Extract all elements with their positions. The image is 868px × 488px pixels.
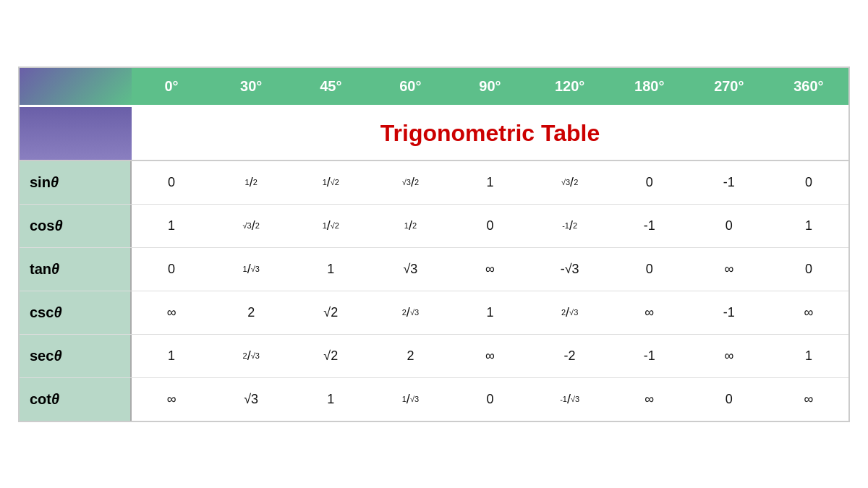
table-row: cot θ∞√311/√30-1/√3∞0∞: [20, 378, 848, 421]
data-cell: -1: [689, 161, 769, 204]
data-cell: 0: [769, 161, 848, 204]
data-cell: ∞: [132, 291, 211, 334]
row-label: tan θ: [20, 248, 132, 291]
data-cell: 1/√2: [291, 161, 370, 204]
table-row: csc θ∞2√22/√312/√3∞-1∞: [20, 291, 848, 335]
data-cell: ∞: [610, 291, 689, 334]
data-cell: -1/2: [530, 205, 610, 247]
row-label: sec θ: [20, 335, 132, 377]
data-cell: 0: [132, 248, 211, 291]
header-angle-cell: 360°: [769, 68, 848, 105]
data-cell: √3: [370, 248, 450, 291]
data-cell: 1: [291, 248, 370, 291]
data-cell: ∞: [132, 378, 211, 421]
data-cell: 1/√2: [291, 205, 370, 247]
corner-cell: [20, 68, 132, 105]
title-row: Trigonometric Table: [20, 107, 848, 161]
row-label: sin θ: [20, 161, 132, 204]
data-cell: 1/2: [370, 205, 450, 247]
table-row: sec θ12/√3√22∞-2-1∞1: [20, 335, 848, 378]
data-cell: 1: [450, 161, 529, 204]
data-cell: ∞: [450, 335, 529, 377]
data-cell: ∞: [450, 248, 529, 291]
header-angle-cell: 45°: [291, 68, 370, 105]
data-cell: √2: [291, 291, 370, 334]
header-angle-cell: 120°: [530, 68, 610, 105]
data-cell: 2/√3: [370, 291, 450, 334]
data-cell: ∞: [689, 248, 769, 291]
data-cell: 0: [769, 248, 848, 291]
data-cell: 1: [132, 205, 211, 247]
data-cell: 1: [769, 335, 848, 377]
header-angle-cell: 270°: [689, 68, 769, 105]
data-cell: ∞: [689, 335, 769, 377]
data-cell: -1: [689, 291, 769, 334]
header-angle-cell: 90°: [450, 68, 529, 105]
data-cell: 1/√3: [211, 248, 291, 291]
data-cell: 0: [450, 378, 529, 421]
trig-table-container: 0°30°45°60°90°120°180°270°360° Trigonome…: [18, 67, 850, 422]
header-row: 0°30°45°60°90°120°180°270°360°: [20, 68, 848, 107]
table-row: tan θ01/√31√3∞-√30∞0: [20, 248, 848, 291]
table-row: sin θ01/21/√2√3/21√3/20-10: [20, 161, 848, 205]
header-angle-cell: 180°: [610, 68, 689, 105]
data-cell: ∞: [769, 378, 848, 421]
row-label: cos θ: [20, 205, 132, 247]
data-cell: 0: [132, 161, 211, 204]
data-cell: ∞: [610, 378, 689, 421]
data-cell: √3/2: [530, 161, 610, 204]
table-row: cos θ1√3/21/√21/20-1/2-101: [20, 205, 848, 248]
data-cell: 1/2: [211, 161, 291, 204]
data-cell: 2: [370, 335, 450, 377]
data-cell: 1/√3: [370, 378, 450, 421]
data-cell: √3/2: [211, 205, 291, 247]
data-cell: 0: [450, 205, 529, 247]
row-label: csc θ: [20, 291, 132, 334]
data-cell: -2: [530, 335, 610, 377]
data-cell: 1: [291, 378, 370, 421]
data-cell: 1: [769, 205, 848, 247]
data-cell: 1: [132, 335, 211, 377]
data-cell: -1: [610, 335, 689, 377]
row-label: cot θ: [20, 378, 132, 421]
title-corner: [20, 107, 132, 160]
data-cell: -√3: [530, 248, 610, 291]
data-cell: 1: [450, 291, 529, 334]
header-angle-cell: 30°: [211, 68, 291, 105]
data-cell: -1/√3: [530, 378, 610, 421]
header-angle-cell: 0°: [132, 68, 211, 105]
data-cell: 0: [689, 205, 769, 247]
data-cell: 2/√3: [530, 291, 610, 334]
data-cell: 0: [610, 248, 689, 291]
data-cell: -1: [610, 205, 689, 247]
data-cell: √3/2: [370, 161, 450, 204]
data-cell: 2/√3: [211, 335, 291, 377]
header-angle-cell: 60°: [370, 68, 450, 105]
data-cell: 2: [211, 291, 291, 334]
data-cell: √2: [291, 335, 370, 377]
data-cell: 0: [610, 161, 689, 204]
table-title: Trigonometric Table: [132, 107, 848, 160]
data-cell: √3: [211, 378, 291, 421]
data-cell: ∞: [769, 291, 848, 334]
data-cell: 0: [689, 378, 769, 421]
